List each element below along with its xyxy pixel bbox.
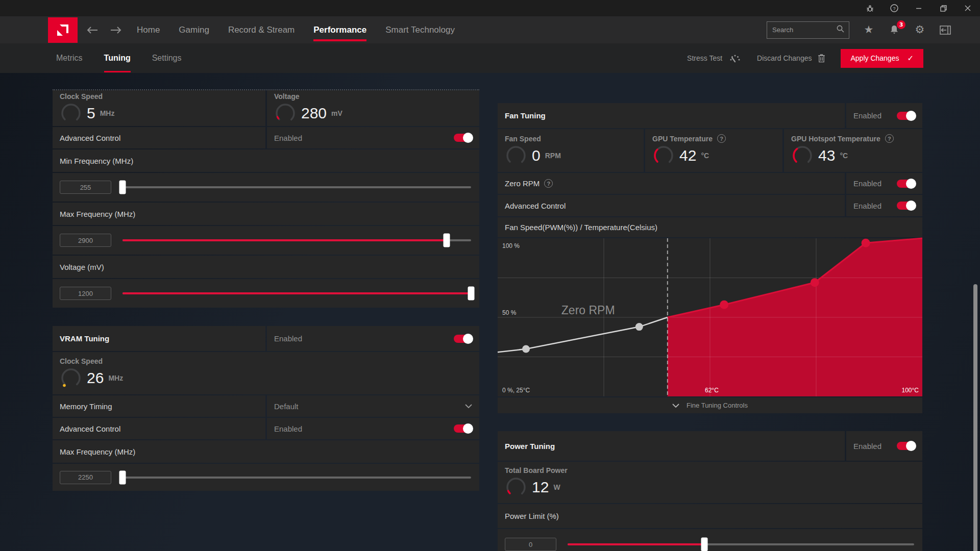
gpu-voltage-gauge bbox=[274, 102, 297, 124]
zero-rpm-toggle[interactable] bbox=[897, 180, 915, 188]
fan-curve-point[interactable] bbox=[811, 278, 819, 287]
help-icon[interactable]: ? bbox=[717, 134, 726, 143]
memory-timing-label: Memory Timing bbox=[53, 395, 265, 417]
gpu-advanced-control-cell: Enabled bbox=[267, 127, 479, 148]
search-input[interactable] bbox=[772, 26, 836, 34]
slider-track[interactable] bbox=[122, 239, 471, 241]
power-tuning-title: Power Tuning bbox=[498, 431, 845, 461]
restore-icon[interactable] bbox=[931, 0, 955, 16]
fan-advanced-control-label: Advanced Control bbox=[498, 195, 845, 216]
nav-item-home[interactable]: Home bbox=[137, 16, 160, 43]
apply-changes-button[interactable]: Apply Changes ✓ bbox=[841, 49, 923, 68]
fan-curve-point[interactable] bbox=[720, 300, 728, 309]
help-icon[interactable]: ? bbox=[544, 179, 553, 188]
tab-settings[interactable]: Settings bbox=[152, 43, 182, 73]
max-frequency-label: Max Frequency (MHz) bbox=[53, 203, 479, 225]
power-tuning-toggle[interactable] bbox=[897, 442, 915, 450]
bug-report-icon[interactable] bbox=[857, 0, 882, 16]
min-frequency-slider[interactable]: 255 bbox=[60, 181, 479, 194]
vram-max-frequency-slider-row: 2250 bbox=[53, 464, 479, 491]
slider-value-box[interactable]: 1200 bbox=[60, 287, 111, 300]
slider-track[interactable] bbox=[122, 186, 471, 188]
favorites-star-icon[interactable]: ★ bbox=[863, 24, 875, 36]
slider-value-box[interactable]: 255 bbox=[60, 181, 111, 194]
min-frequency-slider-row: 255 bbox=[53, 173, 479, 202]
fan-tuning-state-cell: Enabled bbox=[846, 103, 922, 128]
slider-track[interactable] bbox=[122, 477, 471, 479]
slider-value-box[interactable]: 2900 bbox=[60, 234, 111, 247]
slider-handle[interactable] bbox=[468, 287, 475, 300]
help-icon[interactable]: ? bbox=[885, 134, 894, 143]
vram-advanced-control-toggle[interactable] bbox=[454, 424, 472, 433]
memory-timing-dropdown[interactable]: Default bbox=[267, 395, 479, 417]
nav-item-performance[interactable]: Performance bbox=[313, 16, 366, 43]
nav-item-record-stream[interactable]: Record & Stream bbox=[228, 16, 295, 43]
slider-handle[interactable] bbox=[119, 181, 126, 194]
vram-tuning-toggle[interactable] bbox=[454, 335, 472, 343]
nav-item-smart-technology[interactable]: Smart Technology bbox=[385, 16, 455, 43]
window-titlebar: ? bbox=[0, 0, 980, 16]
search-icon[interactable] bbox=[836, 24, 845, 35]
notifications-bell-icon[interactable]: 3 bbox=[888, 24, 900, 36]
power-tuning-panel: Power Tuning Enabled Total Board Power 1… bbox=[498, 431, 922, 551]
performance-subnav: Metrics Tuning Settings Stress Test Disc… bbox=[0, 43, 980, 73]
forward-arrow-icon[interactable] bbox=[109, 26, 122, 35]
gpu-temperature-gauge bbox=[652, 144, 675, 167]
nav-item-gaming[interactable]: Gaming bbox=[179, 16, 209, 43]
slider-handle[interactable] bbox=[119, 470, 126, 484]
check-icon: ✓ bbox=[907, 54, 914, 63]
gpu-hotspot-temperature-value: 43 bbox=[818, 147, 835, 164]
max-frequency-slider[interactable]: 2900 bbox=[60, 234, 479, 247]
tuning-content: Clock Speed 5MHz Voltage 280mV Advanced … bbox=[0, 73, 980, 551]
zero-rpm-point[interactable] bbox=[522, 345, 530, 353]
radeon-software-window: ? Home Gaming Record & Stream Performanc… bbox=[0, 0, 980, 551]
chart-x-max-label: 100°C bbox=[902, 387, 919, 394]
vram-max-frequency-slider[interactable]: 2250 bbox=[60, 471, 479, 484]
search-input-container bbox=[767, 21, 849, 39]
fan-curve-point[interactable] bbox=[862, 239, 870, 247]
gpu-advanced-control-toggle[interactable] bbox=[454, 134, 472, 142]
zero-rpm-point[interactable] bbox=[635, 323, 643, 331]
fan-curve-chart[interactable]: 100 % 50 % 0 %, 25°C 62°C 100°C Zero RPM bbox=[498, 238, 922, 396]
vram-tuning-title: VRAM Tuning bbox=[53, 326, 265, 351]
chart-y-max-label: 100 % bbox=[502, 242, 520, 249]
slider-value-box[interactable]: 2250 bbox=[60, 471, 111, 484]
gpu-hotspot-temperature-cell: GPU Hotspot Temperature? 43°C bbox=[784, 129, 922, 172]
fan-speed-cell: Fan Speed 0RPM bbox=[498, 129, 644, 172]
slider-handle[interactable] bbox=[701, 538, 708, 551]
fan-tuning-toggle[interactable] bbox=[897, 112, 915, 120]
main-navbar: Home Gaming Record & Stream Performance … bbox=[0, 16, 980, 43]
gpu-temperature-value: 42 bbox=[679, 147, 696, 164]
total-board-power-value: 12 bbox=[532, 479, 549, 496]
zero-rpm-annotation: Zero RPM bbox=[561, 304, 615, 317]
vertical-scrollbar[interactable] bbox=[973, 284, 977, 551]
amd-logo[interactable] bbox=[48, 17, 78, 43]
power-limit-slider[interactable]: 0 bbox=[505, 538, 922, 551]
tab-tuning[interactable]: Tuning bbox=[104, 43, 131, 73]
tab-metrics[interactable]: Metrics bbox=[56, 43, 83, 73]
discard-changes-button[interactable]: Discard Changes bbox=[757, 54, 825, 63]
slider-handle[interactable] bbox=[444, 234, 450, 247]
settings-gear-icon[interactable]: ⚙ bbox=[914, 24, 926, 36]
close-icon[interactable] bbox=[955, 0, 980, 16]
voltage-slider[interactable]: 1200 bbox=[60, 287, 479, 300]
help-icon[interactable]: ? bbox=[882, 0, 906, 16]
fan-chart-title: Fan Speed(PWM(%)) / Temperature(Celsius) bbox=[498, 217, 922, 237]
fan-advanced-control-toggle[interactable] bbox=[897, 202, 915, 210]
power-tuning-state-cell: Enabled bbox=[846, 431, 922, 461]
zero-rpm-cell: Enabled bbox=[846, 173, 922, 194]
vram-clock-speed-cell: Clock Speed 26MHz bbox=[53, 352, 479, 394]
total-board-power-cell: Total Board Power 12W bbox=[498, 462, 922, 503]
gpu-clock-speed-gauge bbox=[60, 102, 82, 124]
connect-panel-icon[interactable] bbox=[939, 24, 951, 36]
gpu-clock-speed-value: 5 bbox=[87, 105, 95, 122]
vram-advanced-control-label: Advanced Control bbox=[53, 418, 265, 439]
fine-tuning-controls-expander[interactable]: Fine Tuning Controls bbox=[498, 397, 922, 413]
slider-track[interactable] bbox=[568, 543, 914, 545]
minimize-icon[interactable] bbox=[906, 0, 931, 16]
slider-value-box[interactable]: 0 bbox=[505, 538, 556, 551]
stress-test-button[interactable]: Stress Test bbox=[687, 53, 742, 63]
slider-track[interactable] bbox=[122, 292, 471, 294]
svg-text:?: ? bbox=[893, 6, 895, 11]
back-arrow-icon[interactable] bbox=[86, 26, 99, 35]
